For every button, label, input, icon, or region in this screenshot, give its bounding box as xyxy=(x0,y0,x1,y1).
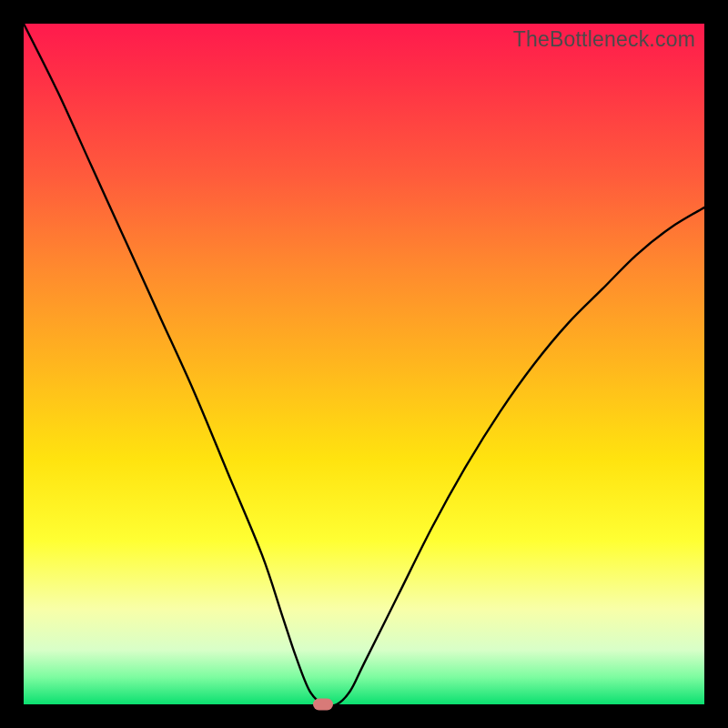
bottleneck-curve xyxy=(24,24,704,704)
chart-frame: TheBottleneck.com xyxy=(0,0,728,728)
optimum-marker xyxy=(313,699,333,711)
plot-area: TheBottleneck.com xyxy=(24,24,704,704)
curve-path xyxy=(24,24,704,706)
